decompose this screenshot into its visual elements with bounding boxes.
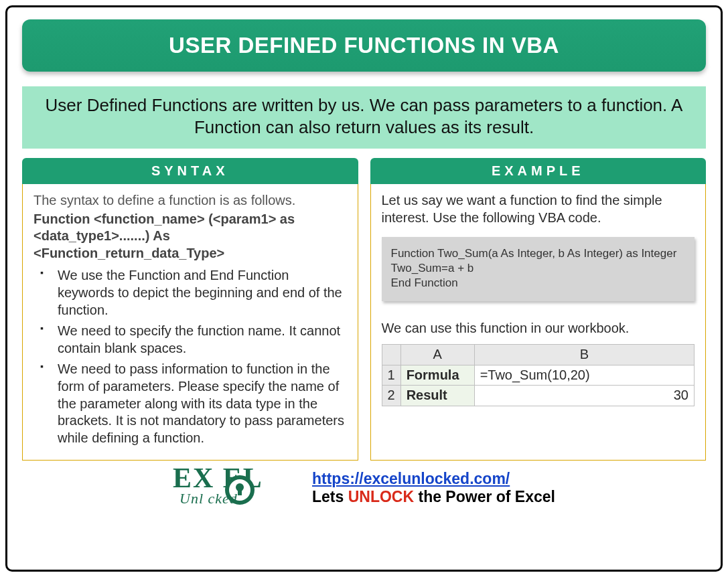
cell-b2: 30: [474, 386, 694, 406]
syntax-column: SYNTAX The syntax to define a function i…: [22, 158, 358, 461]
syntax-lead: The syntax to define a function is as fo…: [33, 192, 347, 210]
example-usage-text: We can use this function in our workbook…: [382, 320, 695, 337]
row-header-2: 2: [382, 386, 401, 406]
intro-text: User Defined Functions are written by us…: [22, 86, 706, 149]
page-title: USER DEFINED FUNCTIONS IN VBA: [22, 19, 706, 72]
cell-a2: Result: [401, 386, 474, 406]
col-header-b: B: [474, 345, 694, 365]
tagline-unlock: UNLOCK: [348, 488, 414, 505]
cell-a1: Formula: [401, 365, 474, 386]
syntax-bullet: We use the Function and End Function key…: [40, 267, 347, 319]
syntax-bullets: We use the Function and End Function key…: [33, 267, 347, 446]
vba-code-block: Function Two_Sum(a As Integer, b As Inte…: [382, 237, 695, 301]
syntax-bullet: We need to specify the function name. It…: [40, 323, 347, 357]
table-corner: [382, 345, 401, 365]
example-body: Let us say we want a function to find th…: [370, 184, 707, 461]
syntax-bullet: We need to pass information to function …: [40, 361, 347, 446]
syntax-header: SYNTAX: [22, 158, 358, 184]
footer: EX EL Unl cked https://excelunlocked.com…: [22, 465, 706, 511]
example-lead: Let us say we want a function to find th…: [382, 192, 695, 226]
syntax-signature: Function <function_name> (<param1> as <d…: [33, 211, 347, 262]
example-column: EXAMPLE Let us say we want a function to…: [370, 158, 707, 461]
col-header-a: A: [401, 345, 474, 365]
row-header-1: 1: [382, 365, 401, 386]
document-frame: USER DEFINED FUNCTIONS IN VBA User Defin…: [5, 5, 723, 572]
excel-unlocked-logo: EX EL Unl cked: [173, 465, 300, 511]
tagline-suffix: the Power of Excel: [414, 488, 555, 505]
tagline-prefix: Lets: [312, 488, 348, 505]
cell-b1: =Two_Sum(10,20): [474, 365, 694, 386]
logo-text-bottom: Unl cked: [179, 490, 238, 507]
content-columns: SYNTAX The syntax to define a function i…: [22, 158, 706, 461]
excel-table: A B 1 Formula =Two_Sum(10,20) 2 Result 3…: [382, 344, 695, 406]
footer-text: https://excelunlocked.com/ Lets UNLOCK t…: [312, 470, 555, 506]
syntax-body: The syntax to define a function is as fo…: [22, 184, 358, 461]
example-header: EXAMPLE: [370, 158, 707, 184]
site-link[interactable]: https://excelunlocked.com/: [312, 470, 510, 487]
